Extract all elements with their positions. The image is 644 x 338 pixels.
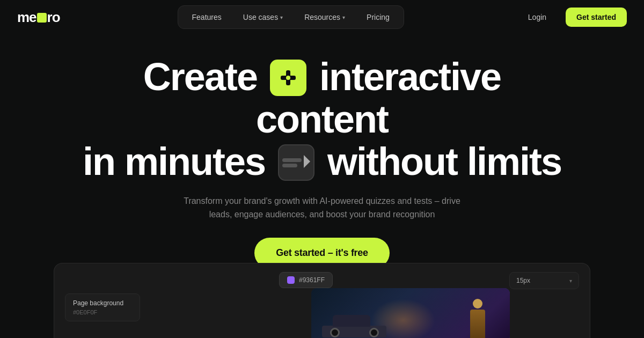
arrow-icon bbox=[278, 144, 314, 181]
nav-pricing[interactable]: Pricing bbox=[357, 9, 399, 25]
hero-subtitle: Transform your brand's growth with AI-po… bbox=[172, 194, 472, 222]
figure-body bbox=[470, 310, 485, 338]
chevron-down-icon: ▾ bbox=[280, 14, 283, 20]
background-panel: Page background #0E0F0F bbox=[65, 293, 140, 321]
nav-use-cases[interactable]: Use cases ▾ bbox=[233, 9, 292, 25]
logo-text: me bbox=[17, 9, 36, 26]
svg-rect-3 bbox=[282, 158, 302, 162]
nav-right: Login Get started bbox=[522, 8, 627, 27]
svg-marker-5 bbox=[304, 155, 310, 168]
interactive-icon bbox=[270, 60, 306, 96]
hero-section: Create interactive content in minutes wi… bbox=[0, 34, 644, 289]
size-dropdown[interactable]: 15px ▾ bbox=[509, 272, 579, 289]
svg-rect-4 bbox=[282, 164, 297, 167]
logo-icon bbox=[37, 13, 47, 23]
navigation: mero Features Use cases ▾ Resources ▾ Pr… bbox=[0, 0, 644, 34]
figure bbox=[467, 299, 488, 338]
hero-title: Create interactive content in minutes wi… bbox=[80, 56, 564, 183]
svg-point-2 bbox=[286, 76, 290, 80]
chevron-down-icon: ▾ bbox=[342, 14, 345, 20]
get-started-nav-button[interactable]: Get started bbox=[566, 8, 627, 27]
login-button[interactable]: Login bbox=[522, 9, 553, 26]
nav-resources[interactable]: Resources ▾ bbox=[295, 9, 355, 25]
color-swatch bbox=[287, 276, 295, 284]
nav-features[interactable]: Features bbox=[182, 9, 231, 25]
car-shape bbox=[322, 316, 386, 337]
nav-center: Features Use cases ▾ Resources ▾ Pricing bbox=[178, 5, 404, 29]
chevron-down-icon: ▾ bbox=[569, 278, 572, 284]
app-preview: #9361FF Page background #0E0F0F 15px ▾ bbox=[54, 263, 590, 338]
figure-head bbox=[473, 299, 482, 308]
logo[interactable]: mero bbox=[17, 9, 60, 26]
color-input[interactable]: #9361FF bbox=[279, 272, 333, 288]
preview-image bbox=[311, 288, 510, 338]
